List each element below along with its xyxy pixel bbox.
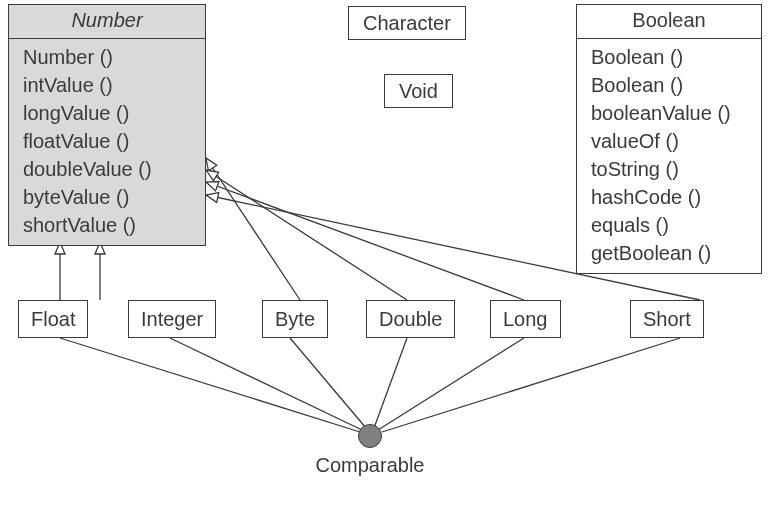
svg-line-11 [382, 338, 680, 432]
number-method: intValue () [23, 71, 205, 99]
class-number: Number Number ()intValue ()longValue ()f… [8, 4, 206, 246]
number-method: longValue () [23, 99, 205, 127]
svg-line-10 [378, 338, 524, 430]
boolean-method: booleanValue () [591, 99, 761, 127]
svg-line-7 [170, 338, 362, 430]
number-method: byteValue () [23, 183, 205, 211]
svg-line-3 [206, 170, 407, 300]
class-integer: Integer [128, 300, 216, 338]
class-double: Double [366, 300, 455, 338]
class-short: Short [630, 300, 704, 338]
boolean-method: valueOf () [591, 127, 761, 155]
boolean-method: hashCode () [591, 183, 761, 211]
interface-comparable-node [358, 424, 382, 448]
class-byte: Byte [262, 300, 328, 338]
number-method: doubleValue () [23, 155, 205, 183]
boolean-method: equals () [591, 211, 761, 239]
svg-line-4 [206, 182, 524, 300]
svg-line-6 [60, 338, 360, 432]
boolean-method: toString () [591, 155, 761, 183]
svg-line-2 [206, 158, 300, 300]
class-float: Float [18, 300, 88, 338]
boolean-method: Boolean () [591, 71, 761, 99]
class-number-title: Number [9, 5, 205, 39]
class-boolean-body: Boolean ()Boolean ()booleanValue ()value… [577, 39, 761, 273]
class-long: Long [490, 300, 561, 338]
svg-line-8 [290, 338, 366, 428]
number-method: Number () [23, 43, 205, 71]
interface-comparable-label: Comparable [300, 454, 440, 477]
class-character: Character [348, 6, 466, 40]
class-boolean: Boolean Boolean ()Boolean ()booleanValue… [576, 4, 762, 274]
boolean-method: Boolean () [591, 43, 761, 71]
boolean-method: getBoolean () [591, 239, 761, 267]
number-method: shortValue () [23, 211, 205, 239]
class-number-body: Number ()intValue ()longValue ()floatVal… [9, 39, 205, 245]
class-boolean-title: Boolean [577, 5, 761, 39]
number-method: floatValue () [23, 127, 205, 155]
svg-line-9 [374, 338, 407, 428]
class-void: Void [384, 74, 453, 108]
